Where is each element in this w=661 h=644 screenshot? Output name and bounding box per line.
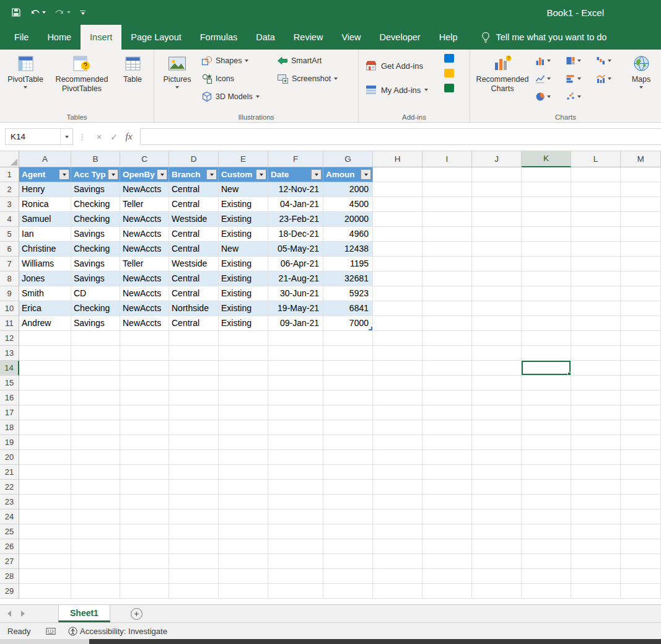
cell-C4[interactable]: NewAccts (120, 212, 169, 227)
cell-L22[interactable] (571, 480, 621, 495)
cell-D11[interactable]: Central (169, 316, 219, 331)
row-header-18[interactable]: 18 (0, 420, 19, 435)
3d-models-button[interactable]: 3D Models (198, 87, 273, 105)
cell-H8[interactable] (373, 271, 422, 286)
cell-A12[interactable] (19, 331, 71, 346)
row-header-29[interactable]: 29 (0, 584, 19, 599)
cell-M20[interactable] (621, 450, 661, 465)
cell-L27[interactable] (571, 554, 621, 569)
cell-A8[interactable]: Jones (19, 271, 71, 286)
column-header-L[interactable]: L (571, 151, 621, 167)
sheet-nav-right-icon[interactable] (21, 611, 25, 617)
cell-B12[interactable] (71, 331, 120, 346)
cell-I18[interactable] (422, 420, 472, 435)
cell-J4[interactable] (472, 212, 522, 227)
cell-C7[interactable]: Teller (120, 257, 169, 271)
cell-H4[interactable] (373, 212, 422, 227)
cell-C12[interactable] (120, 331, 169, 346)
cell-C26[interactable] (120, 539, 169, 554)
cell-E2[interactable]: New (219, 182, 268, 197)
cell-L4[interactable] (571, 212, 621, 227)
cell-K13[interactable] (522, 346, 571, 361)
row-header-24[interactable]: 24 (0, 509, 19, 524)
cell-K21[interactable] (522, 465, 571, 480)
insert-column-chart-button[interactable] (532, 56, 563, 66)
cell-I8[interactable] (422, 271, 472, 286)
cell-A4[interactable]: Samuel (19, 212, 71, 227)
cell-H12[interactable] (373, 331, 422, 346)
cell-M1[interactable] (621, 167, 661, 182)
cell-A17[interactable] (19, 405, 71, 420)
cell-M26[interactable] (621, 539, 661, 554)
cell-A11[interactable]: Andrew (19, 316, 71, 331)
cell-D26[interactable] (169, 539, 219, 554)
cell-C20[interactable] (120, 450, 169, 465)
cell-F17[interactable] (268, 405, 323, 420)
cell-F2[interactable]: 12-Nov-21 (268, 182, 323, 197)
cell-K3[interactable] (522, 197, 571, 212)
cell-H27[interactable] (373, 554, 422, 569)
cell-D24[interactable] (169, 509, 219, 524)
cell-E23[interactable] (219, 495, 268, 509)
cell-C18[interactable] (120, 420, 169, 435)
cell-J23[interactable] (472, 495, 522, 509)
cell-C15[interactable] (120, 376, 169, 390)
row-header-4[interactable]: 4 (0, 212, 19, 227)
cell-I15[interactable] (422, 376, 472, 390)
cell-F7[interactable]: 06-Apr-21 (268, 257, 323, 271)
cell-J6[interactable] (472, 242, 522, 257)
cell-D1[interactable]: Branch (169, 167, 219, 182)
tab-help[interactable]: Help (430, 25, 467, 50)
cell-K1[interactable] (522, 167, 571, 182)
cell-M12[interactable] (621, 331, 661, 346)
cell-L1[interactable] (571, 167, 621, 182)
cell-H15[interactable] (373, 376, 422, 390)
cell-E8[interactable]: Existing (219, 271, 268, 286)
cell-A22[interactable] (19, 480, 71, 495)
cell-B11[interactable]: Savings (71, 316, 120, 331)
cell-H20[interactable] (373, 450, 422, 465)
cell-M4[interactable] (621, 212, 661, 227)
cell-I1[interactable] (422, 167, 472, 182)
table-resize-handle[interactable] (369, 327, 372, 330)
cell-L19[interactable] (571, 435, 621, 450)
cell-H14[interactable] (373, 361, 422, 376)
cell-L5[interactable] (571, 227, 621, 242)
save-button[interactable] (9, 6, 24, 19)
cell-J1[interactable] (472, 167, 522, 182)
cell-E11[interactable]: Existing (219, 316, 268, 331)
cell-G6[interactable]: 12438 (323, 242, 373, 257)
cell-K7[interactable] (522, 257, 571, 271)
row-header-14[interactable]: 14 (0, 361, 19, 376)
cell-J18[interactable] (472, 420, 522, 435)
cell-H9[interactable] (373, 286, 422, 301)
cell-J17[interactable] (472, 405, 522, 420)
row-header-20[interactable]: 20 (0, 450, 19, 465)
cell-L28[interactable] (571, 569, 621, 584)
cell-B20[interactable] (71, 450, 120, 465)
cell-M16[interactable] (621, 390, 661, 405)
filter-button-agent[interactable] (59, 169, 69, 180)
cell-G13[interactable] (323, 346, 373, 361)
cell-H22[interactable] (373, 480, 422, 495)
cell-D20[interactable] (169, 450, 219, 465)
cell-B19[interactable] (71, 435, 120, 450)
cell-E17[interactable] (219, 405, 268, 420)
fill-handle[interactable] (567, 372, 571, 375)
cell-H5[interactable] (373, 227, 422, 242)
cell-J28[interactable] (472, 569, 522, 584)
cell-D19[interactable] (169, 435, 219, 450)
cell-K4[interactable] (522, 212, 571, 227)
row-header-15[interactable]: 15 (0, 376, 19, 390)
cell-K20[interactable] (522, 450, 571, 465)
cell-G25[interactable] (323, 524, 373, 539)
cell-G27[interactable] (323, 554, 373, 569)
cell-D16[interactable] (169, 390, 219, 405)
select-all-corner[interactable] (0, 151, 19, 167)
cell-I5[interactable] (422, 227, 472, 242)
cell-E16[interactable] (219, 390, 268, 405)
cell-M5[interactable] (621, 227, 661, 242)
row-header-3[interactable]: 3 (0, 197, 19, 212)
cell-H25[interactable] (373, 524, 422, 539)
cell-D13[interactable] (169, 346, 219, 361)
